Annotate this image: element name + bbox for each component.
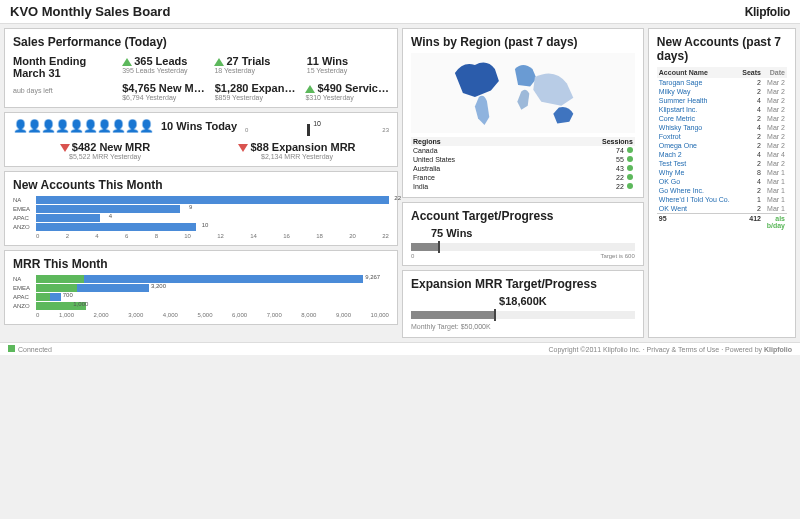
footer: Connected Copyright ©2011 Klipfolio Inc.… — [0, 342, 800, 355]
region-row[interactable]: Canada74 — [411, 146, 635, 155]
total-rate: als b/day — [761, 215, 785, 229]
account-target-card: Account Target/Progress 75 Wins 0Target … — [402, 202, 644, 266]
metric-value: 27 Trials — [226, 55, 270, 67]
account-row[interactable]: Test Test2Mar 2 — [657, 159, 787, 168]
mrr-bar-chart: NA9,267EMEA3,200APAC700ANZO1,000 — [13, 275, 389, 310]
sessions-header: Sessions — [602, 138, 633, 145]
metric-sub: 18 Yesterday — [214, 67, 296, 74]
up-arrow-icon — [122, 58, 132, 66]
wins-today-card: 👤👤👤👤👤👤👤👤👤👤 10 Wins Today 10 0 23 $482 Ne — [4, 112, 398, 167]
up-arrow-icon — [305, 85, 315, 93]
metric-value: $4,765 New M… — [122, 82, 205, 94]
account-row[interactable]: Omega One2Mar 2 — [657, 141, 787, 150]
slider-max: 23 — [382, 127, 389, 133]
sales-performance-card: Sales Performance (Today) Month Ending M… — [4, 28, 398, 108]
accounts-table: Account Name Seats Date Tarogan Sage2Mar… — [657, 67, 787, 230]
regions-header: Regions — [413, 138, 441, 145]
new-mrr-sub: $5,522 MRR Yesterday — [69, 153, 141, 160]
metric-value: $1,280 Expan… — [215, 82, 296, 94]
days-left: aub days left — [13, 87, 112, 94]
slider-value: 10 — [313, 120, 321, 127]
account-progress-bar — [411, 243, 635, 251]
slider-thumb — [307, 124, 310, 136]
regions-table: Regions Sessions Canada74United States55… — [411, 137, 635, 191]
up-arrow-icon — [214, 58, 224, 66]
expansion-target-note: Monthly Target: $50,000K — [411, 323, 491, 330]
status-dot-icon — [627, 156, 633, 162]
account-row[interactable]: Mach 24Mar 4 — [657, 150, 787, 159]
card-title: Expansion MRR Target/Progress — [411, 277, 635, 291]
account-row[interactable]: Go Where Inc.2Mar 1 — [657, 186, 787, 195]
card-title: MRR This Month — [13, 257, 389, 271]
footer-legend: Connected — [18, 346, 52, 353]
wins-by-region-card: Wins by Region (past 7 days) Regions S — [402, 28, 644, 198]
exp-mrr-value: $88 Expansion MRR — [250, 141, 355, 153]
region-row[interactable]: Australia43 — [411, 164, 635, 173]
account-row[interactable]: Foxtrot2Mar 2 — [657, 132, 787, 141]
status-dot-icon — [627, 174, 633, 180]
status-dot-icon — [627, 165, 633, 171]
col-account: Account Name — [659, 69, 737, 76]
month-ending-value: March 31 — [13, 67, 112, 79]
footer-logo: Klipfolio — [764, 346, 792, 353]
month-ending-label: Month Ending — [13, 55, 112, 67]
card-title: Wins by Region (past 7 days) — [411, 35, 635, 49]
wins-today-label: 10 Wins Today — [161, 120, 237, 132]
total-rows: 95 — [659, 215, 737, 229]
bar-row: ANZO1,000 — [13, 302, 389, 310]
bar-row: EMEA3,200 — [13, 284, 389, 292]
account-row[interactable]: Tarogan Sage2Mar 2 — [657, 78, 787, 87]
metric-sub: 15 Yesterday — [307, 67, 389, 74]
metric-value: 365 Leads — [134, 55, 187, 67]
page-title: KVO Monthly Sales Board — [10, 4, 170, 19]
expansion-target-card: Expansion MRR Target/Progress $18,600K M… — [402, 270, 644, 338]
col-seats: Seats — [737, 69, 761, 76]
bar-row: EMEA9 — [13, 205, 389, 213]
status-dot-icon — [627, 183, 633, 189]
total-seats: 412 — [737, 215, 761, 229]
footer-copyright: Copyright ©2011 Klipfolio Inc. · Privacy… — [548, 346, 762, 353]
account-row[interactable]: Where'd I Told You Co.1Mar 1 — [657, 195, 787, 204]
metric-value: 11 Wins — [307, 55, 348, 67]
card-title: New Accounts This Month — [13, 178, 389, 192]
expansion-target-value: $18,600K — [499, 295, 547, 307]
account-row[interactable]: Core Metric2Mar 2 — [657, 114, 787, 123]
status-dot-icon — [8, 345, 15, 352]
dashboard-grid: Sales Performance (Today) Month Ending M… — [0, 24, 800, 342]
header: KVO Monthly Sales Board Klipfolio — [0, 0, 800, 24]
account-target-note: Target is 600 — [600, 253, 634, 259]
account-row[interactable]: OK Go4Mar 1 — [657, 177, 787, 186]
account-row[interactable]: Whisky Tango4Mar 2 — [657, 123, 787, 132]
world-map-icon — [411, 53, 635, 133]
metric-sub: $859 Yesterday — [215, 94, 296, 101]
metric-sub: $6,794 Yesterday — [122, 94, 205, 101]
bar-row: APAC700 — [13, 293, 389, 301]
people-icon: 👤👤👤👤👤👤👤👤👤👤 — [13, 119, 153, 133]
col-date: Date — [761, 69, 785, 76]
metric-sub: $310 Yesterday — [305, 94, 389, 101]
account-row[interactable]: Summer Health4Mar 2 — [657, 96, 787, 105]
account-row[interactable]: OK Went2Mar 1 — [657, 204, 787, 213]
down-arrow-icon — [238, 144, 248, 152]
new-mrr-value: $482 New MRR — [72, 141, 150, 153]
region-row[interactable]: France22 — [411, 173, 635, 182]
new-accounts-list-card: New Accounts (past 7 days) Account Name … — [648, 28, 796, 338]
bar-row: NA9,267 — [13, 275, 389, 283]
account-row[interactable]: Klipstart Inc.4Mar 2 — [657, 105, 787, 114]
new-accounts-bar-chart: NA22EMEA9APAC4ANZO10 — [13, 196, 389, 231]
region-row[interactable]: United States55 — [411, 155, 635, 164]
bar-row: NA22 — [13, 196, 389, 204]
account-target-value: 75 Wins — [431, 227, 472, 239]
bar-row: APAC4 — [13, 214, 389, 222]
expansion-progress-bar — [411, 311, 635, 319]
region-row[interactable]: India22 — [411, 182, 635, 191]
down-arrow-icon — [60, 144, 70, 152]
status-dot-icon — [627, 147, 633, 153]
new-accounts-chart-card: New Accounts This Month NA22EMEA9APAC4AN… — [4, 171, 398, 246]
bar-row: ANZO10 — [13, 223, 389, 231]
world-map — [411, 53, 635, 133]
account-row[interactable]: Why Me8Mar 1 — [657, 168, 787, 177]
account-row[interactable]: Milky Way2Mar 2 — [657, 87, 787, 96]
card-title: New Accounts (past 7 days) — [657, 35, 787, 63]
card-title: Account Target/Progress — [411, 209, 635, 223]
